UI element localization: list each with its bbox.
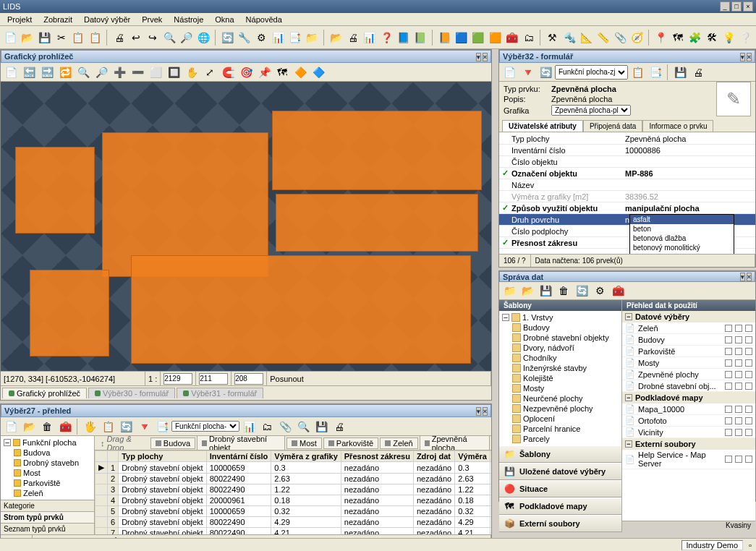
tree-node[interactable]: Chodníky xyxy=(501,353,620,363)
action1-icon[interactable]: 📋 xyxy=(629,64,646,81)
toolbar-button[interactable]: ❓ xyxy=(379,29,394,46)
list-item[interactable]: 📄Parkoviště xyxy=(622,346,755,357)
dropdown-option[interactable]: beton xyxy=(630,224,734,234)
toolbar-button[interactable]: ⚙ xyxy=(253,29,268,46)
section-header[interactable]: −Datové výběry xyxy=(622,311,755,323)
toolbar-button[interactable]: 🔧 xyxy=(237,29,252,46)
toolbar-button[interactable]: ✂ xyxy=(54,29,69,46)
attribute-row[interactable]: ✓Označení objektuMP-886 xyxy=(499,168,755,179)
tree-node[interactable]: Inženýrské stavby xyxy=(501,363,620,373)
attribute-row[interactable]: Název xyxy=(499,179,755,191)
gv-tool-button[interactable]: 🔲 xyxy=(165,64,182,81)
minimize-button[interactable]: _ xyxy=(720,1,730,12)
toolbar-button[interactable]: 📏 xyxy=(595,29,611,46)
toolbar-button[interactable]: 🖨 xyxy=(345,29,360,46)
gv-tool-button[interactable]: 🔙 xyxy=(20,64,38,81)
templates-tree[interactable]: −1. VrstvyBudovyDrobné stavební objektyD… xyxy=(499,311,621,445)
toolbar-button[interactable]: 💾 xyxy=(37,29,52,46)
tool-icon[interactable]: 📂 xyxy=(20,418,38,435)
gv-tool-button[interactable]: 🔶 xyxy=(292,64,309,81)
gv-tool-button[interactable]: 📄 xyxy=(2,64,20,81)
data-overview-list[interactable]: −Datové výběry📄Zeleň📄Budovy📄Parkoviště📄M… xyxy=(622,311,755,521)
table-row[interactable]: 5Drobný stavební objekt100006590.32nezad… xyxy=(95,506,492,517)
attribute-grid[interactable]: asfaltbetonbetonová dlažbabetonový monol… xyxy=(499,132,755,254)
tool-icon[interactable]: 🧰 xyxy=(609,282,627,299)
toolbar-button[interactable]: ❔ xyxy=(738,29,753,46)
tree-node[interactable]: Parkoviště xyxy=(2,478,93,488)
tool-icon[interactable]: 📊 xyxy=(240,418,258,435)
tool-icon[interactable]: 📄 xyxy=(2,418,20,435)
tree-root[interactable]: −Funkční plocha xyxy=(2,437,93,448)
dropdown-option[interactable]: dlažba xyxy=(630,252,734,254)
value1-input[interactable] xyxy=(199,373,228,385)
menu-item[interactable]: Nápověda xyxy=(242,15,286,24)
tree-mode-tab[interactable]: Seznam typů prvků xyxy=(1,523,94,534)
list-item[interactable]: 📄Zeleň xyxy=(622,323,755,334)
panel-pin-button[interactable]: ▾ xyxy=(476,53,481,61)
panel-pin-button[interactable]: ▾ xyxy=(740,53,745,61)
tree-node[interactable]: Mosty xyxy=(501,383,620,393)
overview-type-select[interactable]: Funkční plocha- xyxy=(171,421,239,432)
gv-tool-button[interactable]: 🔷 xyxy=(310,64,327,81)
panel-close-button[interactable]: × xyxy=(483,53,488,61)
tool-icon[interactable]: 🔄 xyxy=(573,282,590,299)
toolbar-button[interactable]: 📎 xyxy=(613,29,628,46)
table-row[interactable]: 4Drobný stavební objekt200009610.18nezad… xyxy=(95,495,492,506)
toolbar-button[interactable]: 🔄 xyxy=(220,29,235,46)
category-button[interactable]: 🔴Situace xyxy=(499,480,621,497)
gv-tool-button[interactable]: ✋ xyxy=(183,64,200,81)
tree-node[interactable]: Zeleň xyxy=(2,488,93,498)
toolbar-button[interactable]: 📁 xyxy=(304,29,319,46)
category-button[interactable]: 💾Uložené datové výběry xyxy=(499,463,621,480)
toolbar-button[interactable]: 🌐 xyxy=(195,29,211,46)
toolbar-button[interactable]: 📊 xyxy=(271,29,286,46)
gv-tool-button[interactable]: 🔁 xyxy=(56,64,74,81)
gv-tool-button[interactable]: 🔎 xyxy=(93,64,110,81)
panel-close-button[interactable]: × xyxy=(747,53,752,61)
grafika-select[interactable]: Zpevněná plocha-pl xyxy=(551,105,631,116)
tree-mode-tab[interactable]: Kategorie xyxy=(1,500,94,511)
toolbar-button[interactable]: 🟦 xyxy=(454,29,469,46)
graphic-viewer-header[interactable]: Grafický prohlížeč ▾× xyxy=(1,50,491,63)
dropdown-option[interactable]: asfalt xyxy=(630,215,734,224)
form-tab[interactable]: Informace o prvku xyxy=(642,120,713,132)
gv-tool-button[interactable]: ⤢ xyxy=(201,64,218,81)
toolbar-button[interactable]: ↩ xyxy=(128,29,143,46)
table-row[interactable]: 2Drobný stavební objekt800224902.63nezad… xyxy=(95,474,492,484)
action2-icon[interactable]: 📑 xyxy=(647,64,664,81)
save-icon[interactable]: 💾 xyxy=(671,64,689,81)
form-tab[interactable]: Uživatelské atributy xyxy=(502,120,583,132)
toolbar-button[interactable]: 🧰 xyxy=(504,29,519,46)
tool-icon[interactable]: 📁 xyxy=(501,282,518,299)
list-item[interactable]: 📄Mosty xyxy=(622,357,755,369)
tree-node[interactable]: Most xyxy=(2,468,93,478)
tree-node[interactable]: Dvory, nádvoří xyxy=(501,343,620,353)
type-select[interactable]: Funkční plocha-zj xyxy=(555,65,628,80)
toolbar-button[interactable]: 🖨 xyxy=(111,29,127,46)
list-item[interactable]: 📄Mapa_10000 xyxy=(622,403,755,415)
toolbar-button[interactable]: 🟩 xyxy=(470,29,485,46)
tree-node[interactable]: Oplocení xyxy=(501,414,620,424)
table-row[interactable]: ▶1Drobný stavební objekt100006590.3nezad… xyxy=(95,462,492,474)
map-canvas[interactable] xyxy=(1,82,491,371)
toolbar-button[interactable]: 📂 xyxy=(20,29,35,46)
toolbar-button[interactable]: 🧭 xyxy=(629,29,645,46)
tool-icon[interactable]: 📎 xyxy=(276,418,294,435)
data-panel-header[interactable]: Správa dat ▾× xyxy=(499,271,755,282)
tool-icon[interactable]: 🧰 xyxy=(56,418,74,435)
list-item[interactable]: 📄Vicinity xyxy=(622,427,755,438)
section-header[interactable]: −Externí soubory xyxy=(622,438,755,450)
gv-tool-button[interactable]: ➕ xyxy=(111,64,128,81)
toolbar-button[interactable]: 📄 xyxy=(3,29,18,46)
attribute-row[interactable]: Číslo objektu xyxy=(499,156,755,168)
tool-icon[interactable]: 📑 xyxy=(153,418,171,435)
column-header[interactable]: Výměra xyxy=(455,451,490,462)
attribute-row[interactable]: Inventární číslo10000886 xyxy=(499,145,755,156)
tree-mode-tab[interactable]: Strom typů prvků xyxy=(1,511,94,523)
scale-input[interactable] xyxy=(163,373,192,385)
tree-node[interactable]: Parcelní hranice xyxy=(501,424,620,434)
toolbar-button[interactable]: 📑 xyxy=(287,29,302,46)
viewer-tab[interactable]: Výběr30 - formulář xyxy=(88,388,175,398)
viewer-tab[interactable]: Grafický prohlížeč xyxy=(2,388,87,398)
toolbar-button[interactable]: 📋 xyxy=(70,29,85,46)
